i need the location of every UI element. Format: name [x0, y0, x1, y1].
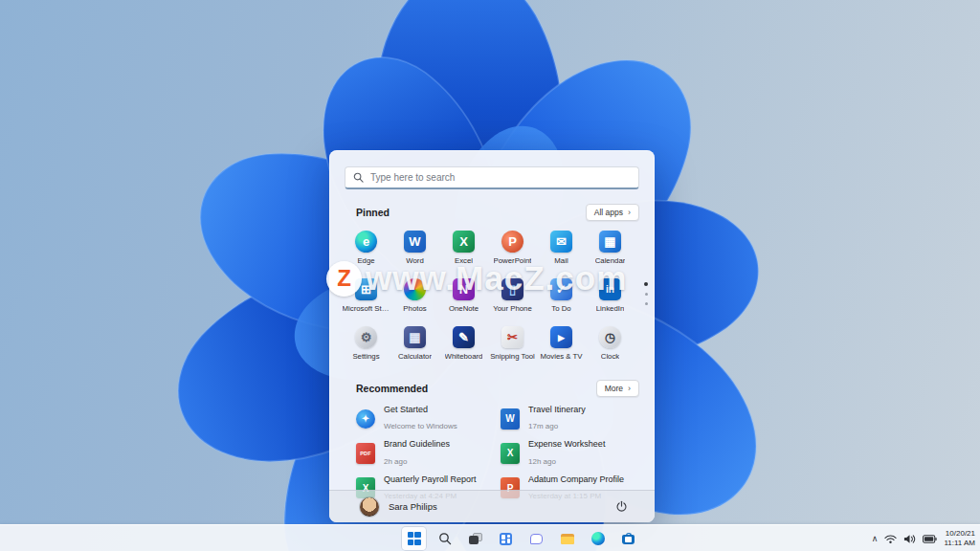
user-name[interactable]: Sara Philips [389, 501, 437, 512]
battery-icon[interactable] [923, 535, 937, 543]
onenote-app-icon: N [453, 278, 475, 300]
get-started-icon: ✦ [356, 409, 375, 429]
page-dot-active[interactable] [644, 282, 648, 286]
page-dot[interactable] [645, 293, 648, 296]
edge-button[interactable] [586, 527, 610, 550]
app-tile-onenote[interactable]: NOneNote [439, 275, 488, 320]
start-button[interactable] [402, 527, 426, 550]
app-tile-calendar[interactable]: ▦Calendar [586, 227, 635, 272]
widgets-button[interactable] [494, 527, 518, 550]
search-input[interactable] [370, 172, 631, 183]
excel-app-icon: X [453, 231, 475, 253]
chevron-right-icon: › [628, 208, 631, 217]
user-avatar[interactable] [360, 497, 379, 517]
search-icon [353, 172, 364, 183]
recommended-item-get-started[interactable]: ✦ Get StartedWelcome to Windows [356, 405, 495, 432]
word-doc-icon: W [501, 408, 520, 430]
taskbar: ∧ 10/20/21 11:11 AM [0, 524, 980, 551]
app-tile-calculator[interactable]: ▦Calculator [390, 322, 439, 367]
app-tile-whiteboard[interactable]: ✎Whiteboard [439, 322, 488, 367]
edge-icon [591, 532, 605, 545]
app-tile-edge[interactable]: eEdge [342, 227, 390, 272]
calendar-app-icon: ▦ [599, 231, 621, 253]
recommended-item-expense-worksheet[interactable]: X Expense Worksheet12h ago [501, 439, 639, 467]
clock-app-icon: ◷ [599, 326, 621, 348]
app-tile-settings[interactable]: ⚙Settings [342, 322, 390, 367]
tray-time: 11:11 AM [944, 539, 975, 548]
search-box[interactable] [345, 166, 639, 189]
start-menu: Pinned All apps › eEdge WWord XExcel PPo… [329, 150, 655, 522]
microsoft-store-app-icon: ⊞ [355, 278, 377, 300]
tray-date: 10/20/21 [944, 529, 975, 539]
pdf-doc-icon: PDF [356, 443, 375, 464]
your-phone-app-icon: ▯ [501, 278, 523, 300]
wifi-icon[interactable] [884, 534, 897, 544]
app-tile-mail[interactable]: ✉Mail [537, 227, 586, 272]
app-tile-photos[interactable]: Photos [390, 275, 439, 320]
pinned-app-grid: eEdge WWord XExcel PPowerPoint ✉Mail ▦Ca… [329, 221, 655, 367]
all-apps-button[interactable]: All apps › [586, 204, 639, 221]
recommended-item-brand-guidelines[interactable]: PDF Brand Guidelines2h ago [356, 439, 495, 467]
system-tray: ∧ 10/20/21 11:11 AM [872, 525, 975, 551]
hidden-icons-chevron[interactable]: ∧ [872, 534, 879, 543]
widgets-icon [500, 533, 512, 545]
app-tile-movies-tv[interactable]: ▶Movies & TV [537, 322, 586, 367]
task-view-button[interactable] [463, 527, 487, 550]
recommended-list: ✦ Get StartedWelcome to Windows W Travel… [329, 397, 655, 502]
app-tile-your-phone[interactable]: ▯Your Phone [488, 275, 537, 320]
app-tile-excel[interactable]: XExcel [439, 227, 488, 272]
linkedin-app-icon: in [599, 278, 621, 300]
more-button[interactable]: More › [596, 380, 639, 397]
taskbar-search-button[interactable] [433, 527, 457, 550]
taskbar-center [402, 525, 640, 551]
recommended-title: Recommended [356, 383, 428, 394]
search-icon [438, 532, 452, 545]
to-do-app-icon: ✓ [550, 278, 572, 300]
word-app-icon: W [404, 231, 426, 253]
mail-app-icon: ✉ [550, 231, 572, 253]
chevron-right-icon: › [628, 384, 631, 393]
app-tile-linkedin[interactable]: inLinkedIn [586, 275, 635, 320]
task-view-icon [469, 533, 482, 544]
excel-doc-icon: X [501, 443, 520, 464]
snipping-tool-app-icon: ✂ [501, 326, 523, 348]
power-button[interactable] [612, 496, 632, 517]
app-tile-powerpoint[interactable]: PPowerPoint [488, 227, 537, 272]
calculator-app-icon: ▦ [404, 326, 426, 348]
power-icon [615, 500, 628, 513]
powerpoint-app-icon: P [501, 231, 523, 253]
app-tile-word[interactable]: WWord [390, 227, 439, 272]
page-dot[interactable] [645, 302, 648, 305]
desktop: Pinned All apps › eEdge WWord XExcel PPo… [0, 0, 980, 551]
windows-logo-icon [408, 532, 421, 545]
app-tile-microsoft-store[interactable]: ⊞Microsoft Store [342, 275, 390, 320]
edge-app-icon: e [355, 231, 377, 253]
file-explorer-icon [561, 534, 574, 544]
file-explorer-button[interactable] [555, 527, 579, 550]
pinned-page-dots[interactable] [644, 282, 648, 305]
app-tile-clock[interactable]: ◷Clock [586, 322, 635, 367]
chat-icon [530, 534, 543, 544]
pinned-title: Pinned [356, 207, 390, 218]
movies-tv-app-icon: ▶ [550, 326, 572, 348]
whiteboard-app-icon: ✎ [453, 326, 475, 348]
microsoft-store-icon [622, 533, 635, 544]
settings-app-icon: ⚙ [355, 326, 377, 348]
photos-app-icon [404, 278, 426, 300]
app-tile-to-do[interactable]: ✓To Do [537, 275, 586, 320]
recommended-item-travel-itinerary[interactable]: W Travel Itinerary17m ago [501, 405, 639, 432]
user-bar: Sara Philips [329, 490, 655, 522]
tray-clock[interactable]: 10/20/21 11:11 AM [944, 529, 975, 549]
volume-icon[interactable] [903, 534, 916, 544]
chat-button[interactable] [524, 527, 548, 550]
store-button[interactable] [616, 527, 640, 550]
app-tile-snipping-tool[interactable]: ✂Snipping Tool [488, 322, 537, 367]
